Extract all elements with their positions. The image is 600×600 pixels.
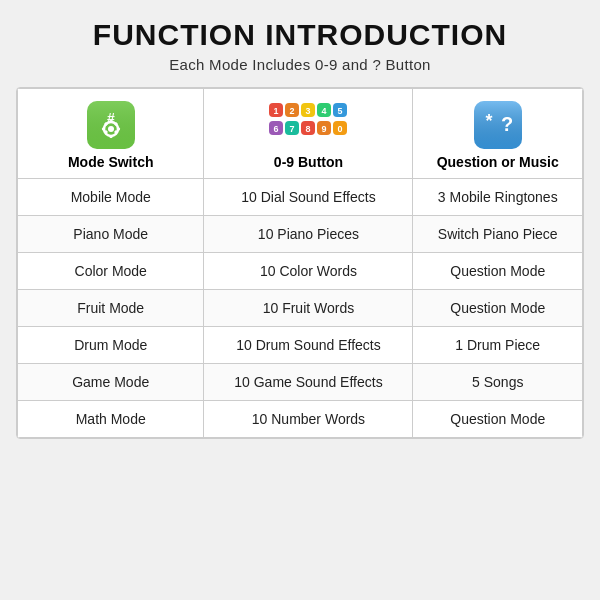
button-cell: 10 Drum Sound Effects <box>204 327 413 364</box>
subtitle: Each Mode Includes 0-9 and ? Button <box>169 56 431 73</box>
svg-text:4: 4 <box>322 106 327 116</box>
table-row: Color Mode10 Color WordsQuestion Mode <box>18 253 583 290</box>
button-cell: 10 Color Words <box>204 253 413 290</box>
col-question: * ? Question or Music <box>413 89 583 179</box>
svg-text:1: 1 <box>274 106 279 116</box>
mode-cell: Piano Mode <box>18 216 204 253</box>
button-icon: 1 2 3 4 5 6 7 8 9 0 <box>268 101 348 149</box>
qm-cell: Question Mode <box>413 290 583 327</box>
svg-text:7: 7 <box>290 124 295 134</box>
qm-cell: Question Mode <box>413 401 583 438</box>
svg-text:*: * <box>485 111 492 131</box>
table-row: Fruit Mode10 Fruit WordsQuestion Mode <box>18 290 583 327</box>
svg-rect-5 <box>109 120 112 123</box>
svg-rect-34 <box>474 101 522 149</box>
button-cell: 10 Fruit Words <box>204 290 413 327</box>
table-row: Game Mode10 Game Sound Effects5 Songs <box>18 364 583 401</box>
button-cell: 10 Dial Sound Effects <box>204 179 413 216</box>
question-icon: * ? <box>474 101 522 149</box>
col3-label: Question or Music <box>417 154 578 170</box>
svg-text:5: 5 <box>338 106 343 116</box>
svg-text:3: 3 <box>306 106 311 116</box>
function-table: # <box>16 87 584 439</box>
qm-cell: Question Mode <box>413 253 583 290</box>
col1-label: Mode Switch <box>22 154 199 170</box>
svg-rect-8 <box>117 128 120 131</box>
mode-cell: Fruit Mode <box>18 290 204 327</box>
button-cell: 10 Game Sound Effects <box>204 364 413 401</box>
mode-cell: Color Mode <box>18 253 204 290</box>
col-button: 1 2 3 4 5 6 7 8 9 0 0-9 Button <box>204 89 413 179</box>
table-row: Mobile Mode10 Dial Sound Effects3 Mobile… <box>18 179 583 216</box>
mode-cell: Mobile Mode <box>18 179 204 216</box>
mode-cell: Math Mode <box>18 401 204 438</box>
svg-text:?: ? <box>501 113 513 135</box>
table-row: Math Mode10 Number WordsQuestion Mode <box>18 401 583 438</box>
svg-text:2: 2 <box>290 106 295 116</box>
svg-text:9: 9 <box>322 124 327 134</box>
button-cell: 10 Number Words <box>204 401 413 438</box>
svg-text:0: 0 <box>338 124 343 134</box>
svg-text:6: 6 <box>274 124 279 134</box>
mode-switch-icon: # <box>87 101 135 149</box>
mode-cell: Game Mode <box>18 364 204 401</box>
svg-point-4 <box>108 126 114 132</box>
col-mode-switch: # <box>18 89 204 179</box>
svg-rect-7 <box>102 128 105 131</box>
main-title: FUNCTION INTRODUCTION <box>93 18 507 52</box>
table-row: Drum Mode10 Drum Sound Effects1 Drum Pie… <box>18 327 583 364</box>
mode-cell: Drum Mode <box>18 327 204 364</box>
col2-label: 0-9 Button <box>208 154 408 170</box>
table-row: Piano Mode10 Piano PiecesSwitch Piano Pi… <box>18 216 583 253</box>
qm-cell: 3 Mobile Ringtones <box>413 179 583 216</box>
qm-cell: 1 Drum Piece <box>413 327 583 364</box>
qm-cell: 5 Songs <box>413 364 583 401</box>
button-cell: 10 Piano Pieces <box>204 216 413 253</box>
svg-text:8: 8 <box>306 124 311 134</box>
qm-cell: Switch Piano Piece <box>413 216 583 253</box>
svg-rect-6 <box>109 135 112 138</box>
